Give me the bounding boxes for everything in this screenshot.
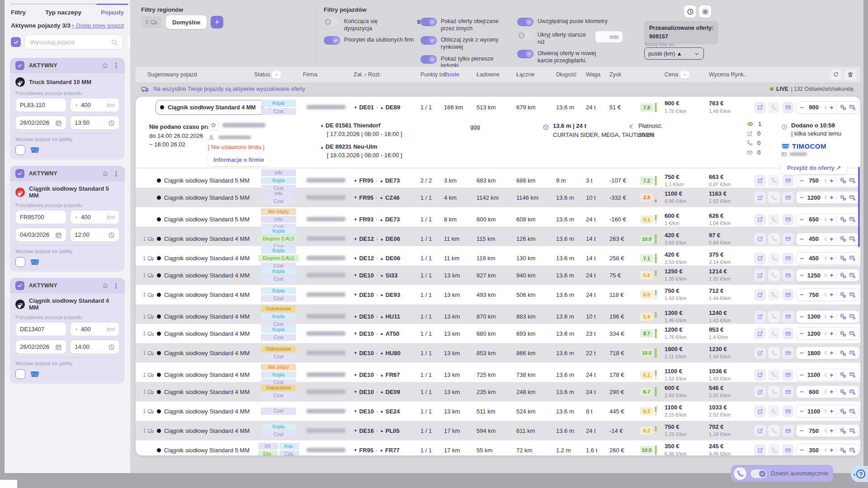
refresh-table-button[interactable]: [830, 69, 841, 80]
price-increment[interactable]: +: [830, 330, 833, 337]
share-offer-button[interactable]: [754, 192, 766, 203]
share-offer-button[interactable]: [754, 311, 766, 323]
auto-email-button[interactable]: [849, 272, 856, 279]
call-button[interactable]: [768, 347, 780, 359]
price-value[interactable]: 900: [806, 104, 821, 111]
price-decrement[interactable]: −: [800, 408, 803, 415]
auto-offer-button[interactable]: [840, 408, 846, 415]
share-offer-button[interactable]: [754, 233, 766, 245]
call-button[interactable]: [768, 328, 780, 339]
share-offer-button[interactable]: [754, 214, 766, 225]
email-button[interactable]: [782, 289, 794, 300]
tab-typ-naczepy[interactable]: Typ naczepy: [45, 5, 81, 16]
offer-row[interactable]: 1 Ciągnik siodłowy Standard 4 MMKopiaCza…: [136, 324, 860, 343]
auto-offer-button[interactable]: [840, 313, 846, 320]
toggle-switch[interactable]: [420, 55, 437, 64]
vehicle-active-checkbox[interactable]: [15, 281, 24, 290]
time-field[interactable]: 13:50: [70, 116, 119, 130]
call-button[interactable]: [768, 102, 780, 113]
auto-offer-button[interactable]: [840, 427, 846, 434]
price-decrement[interactable]: −: [800, 371, 803, 379]
offer-row[interactable]: 1 Ciągnik siodłowy Standard 4 MMCzat▼DE1…: [136, 401, 860, 421]
call-button[interactable]: [768, 269, 780, 281]
price-value[interactable]: 450: [806, 255, 821, 262]
phone-call-button[interactable]: [734, 467, 746, 480]
history-clock-button[interactable]: [684, 5, 696, 18]
auto-email-button[interactable]: [849, 330, 856, 337]
column-header-Łączne[interactable]: Łączne: [516, 71, 556, 78]
price-decrement[interactable]: −: [800, 330, 803, 337]
price-decrement[interactable]: −: [800, 313, 803, 320]
email-button[interactable]: [782, 311, 794, 323]
column-filter-chip[interactable]: [272, 71, 281, 79]
price-value[interactable]: 650: [806, 216, 821, 223]
auto-email-button[interactable]: [849, 104, 856, 111]
price-value[interactable]: 750: [806, 177, 821, 184]
expanded-offer-row[interactable]: Ciągnik siodłowy Standard 4 MMKopiaCzat▼…: [136, 97, 860, 168]
price-value[interactable]: 600: [806, 389, 821, 395]
email-button[interactable]: [782, 102, 794, 113]
toggle-switch[interactable]: [324, 36, 340, 45]
share-offer-button[interactable]: [754, 328, 766, 339]
auto-email-button[interactable]: [849, 313, 856, 320]
date-field[interactable]: 26/02/2026: [15, 116, 66, 130]
column-header-Sugerowany pojazd[interactable]: Sugerowany pojazd: [136, 71, 254, 78]
price-increment[interactable]: +: [830, 272, 833, 279]
vehicle-select-dropdown[interactable]: Ciągnik siodłowy Standard 4 MM: [156, 100, 270, 115]
price-value[interactable]: 750: [806, 427, 821, 434]
price-decrement[interactable]: −: [800, 291, 803, 298]
offer-row[interactable]: 1 Ciągnik siodłowy Standard 4 MMKopiaEks…: [136, 226, 860, 246]
auto-email-button[interactable]: [849, 408, 856, 415]
call-button[interactable]: [768, 405, 780, 417]
call-button[interactable]: [768, 175, 780, 187]
email-button[interactable]: [782, 347, 794, 359]
favorite-company-button[interactable]: [208, 120, 219, 131]
price-increment[interactable]: +: [830, 408, 833, 415]
auto-offer-button[interactable]: [840, 291, 846, 298]
price-decrement[interactable]: −: [800, 255, 803, 262]
auto-email-button[interactable]: [849, 371, 856, 378]
kebab-menu-icon[interactable]: ⋮: [113, 282, 119, 289]
auto-email-button[interactable]: [849, 427, 856, 434]
call-button[interactable]: [768, 214, 780, 225]
call-button[interactable]: [768, 386, 780, 398]
price-value[interactable]: 1100: [806, 371, 821, 378]
share-offer-button[interactable]: [754, 405, 766, 417]
star-icon[interactable]: ☆: [102, 170, 108, 178]
call-button[interactable]: [768, 233, 780, 245]
auto-offer-button[interactable]: [840, 194, 846, 201]
column-header-Status[interactable]: Status: [254, 71, 303, 79]
call-button[interactable]: [768, 192, 780, 203]
auto-offer-button[interactable]: [840, 447, 846, 454]
price-increment[interactable]: +: [830, 255, 833, 262]
column-header-Waga[interactable]: Waga: [586, 71, 609, 78]
toggle-switch[interactable]: [420, 36, 437, 45]
auto-offer-button[interactable]: [840, 371, 846, 378]
email-button[interactable]: [782, 405, 794, 417]
location-field[interactable]: DE13407: [15, 322, 66, 336]
auto-offer-button[interactable]: [840, 272, 846, 279]
share-offer-button[interactable]: [754, 386, 766, 398]
email-button[interactable]: [782, 253, 794, 264]
toggle-switch[interactable]: [517, 50, 533, 58]
goto-offer-button[interactable]: Przejdź do oferty ↗: [781, 161, 847, 174]
offer-row[interactable]: 1 Ciągnik siodłowy Standard 4 MMKopiaCza…: [136, 265, 860, 285]
vehicle-card[interactable]: AKTYWNY☆⋮-19Truck Standard 10 MMPoczątko…: [10, 58, 125, 160]
auto-offer-button[interactable]: [840, 216, 846, 223]
auto-offer-button[interactable]: [840, 104, 846, 111]
vehicle-card[interactable]: AKTYWNY☆⋮-13Ciągnik siodłowy Standard 5 …: [10, 166, 125, 272]
column-header-Zał. › Rozł.[interactable]: Zał. › Rozł.: [354, 71, 420, 78]
auto-email-button[interactable]: [849, 216, 856, 223]
email-button[interactable]: [782, 328, 794, 339]
exchange-checkbox[interactable]: [15, 369, 25, 379]
auto-email-button[interactable]: [849, 389, 856, 395]
offer-row[interactable]: Ciągnik siodłowy Standard 4 MMKopiaCzat▼…: [136, 97, 860, 118]
call-button[interactable]: [768, 253, 780, 264]
column-header-Firma[interactable]: Firma: [303, 71, 354, 78]
offer-row[interactable]: 1 Ciągnik siodłowy Standard 4 MMOstrzeże…: [136, 343, 860, 362]
auto-call-toggle[interactable]: [750, 469, 767, 478]
price-increment[interactable]: +: [830, 427, 833, 434]
email-button[interactable]: [782, 444, 794, 455]
offer-row[interactable]: Ciągnik siodłowy Standard 5 MMNie zdążyI…: [136, 207, 860, 226]
share-offer-button[interactable]: [754, 253, 766, 264]
